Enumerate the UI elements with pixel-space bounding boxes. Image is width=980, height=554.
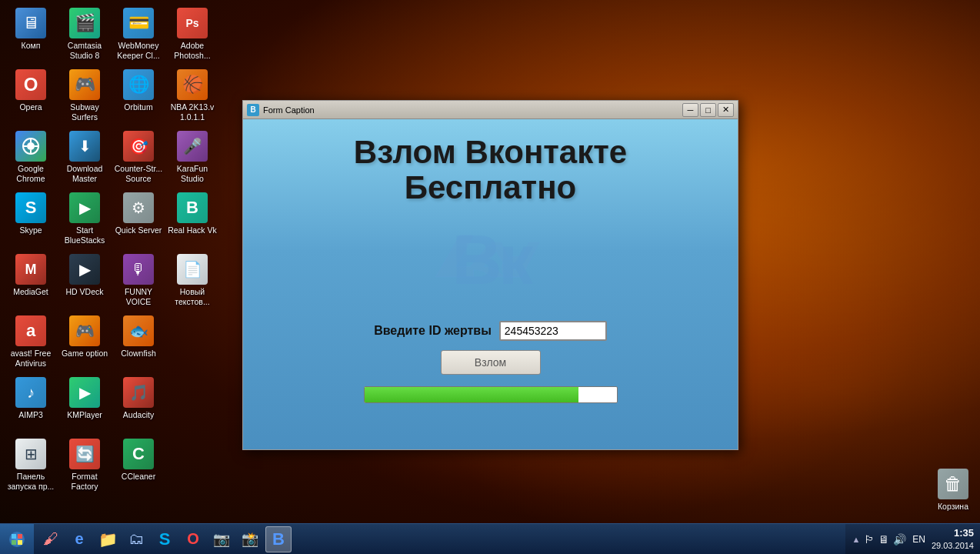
taskbar-date-display: 29.03.2014 <box>932 540 974 551</box>
dlmaster-label: Download Master <box>60 164 109 183</box>
recycle-bin-icon[interactable]: 🗑 Корзина <box>938 469 968 512</box>
avast-icon: a <box>15 315 46 346</box>
desktop-icon-orbitum[interactable]: 🌐 Orbitum <box>112 65 165 127</box>
desktop-icon-computer[interactable]: 🖥 Комп <box>4 4 58 65</box>
tray-arrow-icon[interactable]: ▲ <box>852 535 860 544</box>
hack-button[interactable]: Взлом <box>441 350 541 375</box>
desktop-icon-opera[interactable]: O Opera <box>4 65 58 127</box>
desktop-icon-funny[interactable]: 🎙 FUNNY VOICE <box>112 250 165 312</box>
kmplayer-label: KMPlayer <box>67 410 102 420</box>
hdvdeck-label: HD VDeck <box>65 287 103 297</box>
subway-icon: 🎮 <box>69 69 100 100</box>
start-button[interactable] <box>0 524 34 555</box>
desktop-icon-audacity[interactable]: 🎵 Audacity <box>112 373 165 435</box>
taskbar-screenshot-icon[interactable]: 📷 <box>208 526 235 552</box>
csstrike-icon: 🎯 <box>123 131 154 162</box>
desktop-icon-quickserv[interactable]: ⚙ Quick Server <box>112 189 165 250</box>
subway-label: Subway Surfers <box>60 102 109 122</box>
svg-text:Вк: Вк <box>452 222 533 299</box>
desktop-icon-nba[interactable]: 🏀 NBA 2K13.v 1.0.1.1 <box>165 65 219 127</box>
tray-monitor-icon: 🖥 <box>878 533 889 546</box>
clownfish-icon: 🐟 <box>123 315 154 346</box>
sys-tray-icons: ▲ 🏳 🖥 🔊 <box>852 533 906 546</box>
desktop-icon-panel[interactable]: ⊞ Панель запуска пр... <box>4 435 58 496</box>
desktop-icon-skype[interactable]: S Skype <box>4 189 58 250</box>
funny-label: FUNNY VOICE <box>114 287 163 306</box>
taskbar-paint-icon[interactable]: 🖌 <box>38 526 64 552</box>
funny-icon: 🎙 <box>123 254 154 285</box>
taskbar-greenshot-icon[interactable]: 📸 <box>237 526 263 552</box>
svg-rect-7 <box>12 534 16 539</box>
taskbar-opera-tb-icon[interactable]: O <box>180 526 206 552</box>
opera-icon: O <box>15 69 46 100</box>
svg-rect-10 <box>18 540 22 545</box>
taskbar-skype-tb-icon[interactable]: S <box>152 526 178 552</box>
tray-speaker-icon[interactable]: 🔊 <box>893 533 906 546</box>
gameoption-icon: 🎮 <box>69 315 100 346</box>
newtext-label: Новый текстов... <box>168 287 217 306</box>
desktop-icon-csstrike[interactable]: 🎯 Counter-Str... Source <box>112 127 165 189</box>
desktop-icon-newtext[interactable]: 📄 Новый текстов... <box>165 250 219 312</box>
id-input[interactable] <box>499 321 607 341</box>
orbitum-icon: 🌐 <box>123 69 154 100</box>
start-icon <box>9 532 25 547</box>
csstrike-label: Counter-Str... Source <box>114 164 163 183</box>
ccleaner-icon: C <box>123 439 154 469</box>
tray-flag-icon: 🏳 <box>864 533 875 546</box>
desktop-icon-adobe[interactable]: Ps Adobe Photosh... <box>165 4 219 65</box>
clownfish-label: Clownfish <box>121 349 156 359</box>
desktop-icon-avast[interactable]: a avast! Free Antivirus <box>4 312 58 373</box>
taskbar-vk-icon[interactable]: B <box>265 526 292 552</box>
computer-icon: 🖥 <box>15 8 46 38</box>
desktop-icon-mediaget[interactable]: M MediaGet <box>4 250 58 312</box>
desktop-icon-dlmaster[interactable]: ⬇ Download Master <box>58 127 112 189</box>
computer-label: Комп <box>22 41 41 51</box>
ccleaner-label: CCleaner <box>122 472 155 482</box>
vk-logo: Вк <box>422 221 560 305</box>
desktop-icon-aimp[interactable]: ♪ AIMP3 <box>4 373 58 435</box>
desktop-icon-bluestacks[interactable]: ▶ Start BlueStacks <box>58 189 112 250</box>
taskbar-winexp-icon[interactable]: 🗂 <box>123 526 149 552</box>
realhack-label: Real Hack Vk <box>168 225 217 235</box>
panel-label: Панель запуска пр... <box>6 472 55 491</box>
kmplayer-icon: ▶ <box>69 377 100 408</box>
svg-rect-9 <box>12 540 16 545</box>
desktop-icon-gameoption[interactable]: 🎮 Game option <box>58 312 112 373</box>
desktop-icon-ccleaner[interactable]: C CCleaner <box>112 435 165 496</box>
minimize-button[interactable]: ─ <box>682 103 698 117</box>
format-label: Format Factory <box>60 472 109 491</box>
taskbar-explorer-icon[interactable]: 📁 <box>95 526 121 552</box>
form-window: B Form Caption ─ □ ✕ Взлом Вконтакте Бес… <box>242 100 738 450</box>
desktop-icon-chrome[interactable]: Google Chrome <box>4 127 58 189</box>
camtasia-label: Camtasia Studio 8 <box>60 41 109 60</box>
desktop-icon-subway[interactable]: 🎮 Subway Surfers <box>58 65 112 127</box>
taskbar-ie-icon[interactable]: e <box>66 526 92 552</box>
window-titlebar: B Form Caption ─ □ ✕ <box>243 101 738 119</box>
realhack-icon: B <box>177 192 208 223</box>
desktop-icon-kmplayer[interactable]: ▶ KMPlayer <box>58 373 112 435</box>
desktop-icon-camtasia[interactable]: 🎬 Camtasia Studio 8 <box>58 4 112 65</box>
mediaget-icon: M <box>15 254 46 285</box>
format-icon: 🔄 <box>69 439 100 469</box>
karafun-label: KaraFun Studio <box>168 164 217 183</box>
orbitum-label: Orbitum <box>124 102 152 112</box>
maximize-button[interactable]: □ <box>700 103 716 117</box>
input-row: Введите ID жертвы <box>374 321 607 341</box>
desktop-icon-hdvdeck[interactable]: ▶ HD VDeck <box>58 250 112 312</box>
desktop-icon-realhack[interactable]: B Real Hack Vk <box>165 189 219 250</box>
hdvdeck-icon: ▶ <box>69 254 100 285</box>
close-button[interactable]: ✕ <box>718 103 734 117</box>
window-content: Взлом Вконтакте Бесплатно Вк Введите ID … <box>243 119 738 449</box>
skype-icon: S <box>15 192 46 223</box>
desktop-icon-format[interactable]: 🔄 Format Factory <box>58 435 112 496</box>
quickserv-label: Quick Server <box>115 225 162 235</box>
desktop-icon-karafun[interactable]: 🎤 KaraFun Studio <box>165 127 219 189</box>
taskbar-clock[interactable]: 1:35 29.03.2014 <box>932 527 974 551</box>
input-label: Введите ID жертвы <box>374 324 492 338</box>
hack-title-line1: Взлом Вконтакте <box>354 134 627 170</box>
desktop-icon-clownfish[interactable]: 🐟 Clownfish <box>112 312 165 373</box>
taskbar-language[interactable]: EN <box>912 534 925 545</box>
webmoney-label: WebMoney Keeper Cl... <box>114 41 163 60</box>
quickserv-icon: ⚙ <box>123 192 154 223</box>
desktop-icon-webmoney[interactable]: 💳 WebMoney Keeper Cl... <box>112 4 165 65</box>
